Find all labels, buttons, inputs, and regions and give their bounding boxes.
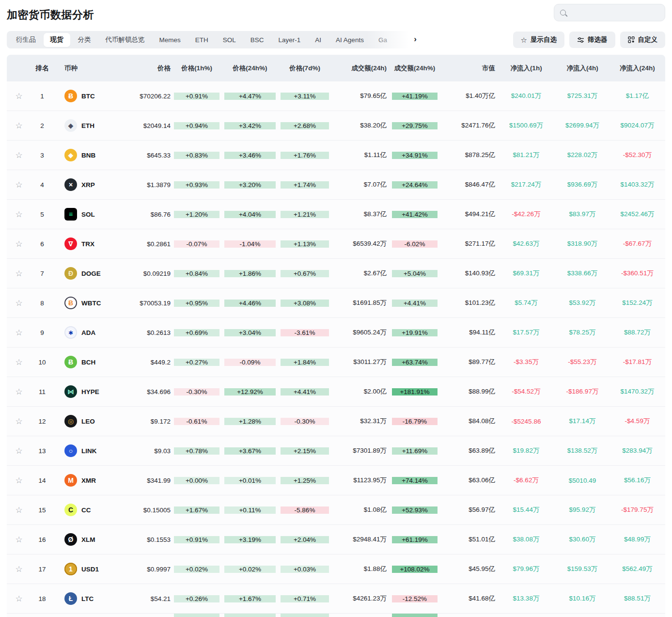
col-header-netflow-4h[interactable]: 净流入(4h) [555,64,609,73]
table-row-TRX[interactable]: ☆6∇TRX$0.2861-0.07%-1.04%+1.13%$6539.42万… [7,229,665,259]
table-row-BNB[interactable]: ☆3◆BNB$645.33+0.83%+3.46%+1.76%$1.11亿+34… [7,141,665,170]
coin-cell[interactable]: ◆BNB [53,141,118,170]
tab-衍生品[interactable]: 衍生品 [9,31,43,48]
col-header-price-24h[interactable]: 价格(24h%) [222,64,278,73]
market-cap: $271.17亿 [440,229,497,258]
show-favorites-button[interactable]: ☆ 显示自选 [513,32,564,48]
favorite-star-icon[interactable]: ☆ [15,269,22,278]
table-row-CC[interactable]: ☆15CCC$0.15005+1.67%+0.11%-5.86%$1.08亿+5… [7,495,665,525]
favorite-star-icon[interactable]: ☆ [15,358,22,366]
favorite-star-icon[interactable]: ☆ [15,299,22,307]
favorite-star-icon[interactable]: ☆ [15,388,22,396]
favorite-star-icon[interactable]: ☆ [15,595,22,603]
tabs-scroll-right-icon[interactable]: › [414,34,417,44]
coin-cell[interactable]: ∗ADA [53,318,118,347]
filter-button[interactable]: 筛选器 [569,32,615,48]
coin-cell[interactable]: ɃBTC [53,81,118,111]
rank: 11 [31,377,53,406]
coin-cell[interactable]: 1USD1 [53,554,118,584]
tab-现货[interactable]: 现货 [44,33,70,47]
netflow-24h: $2452.46万 [609,200,665,229]
table-row-LINK[interactable]: ☆13○LINK$9.03+0.78%+3.67%+2.15%$7301.89万… [7,436,665,466]
tab-Memes[interactable]: Memes [152,31,188,48]
volume-24h: $38.20亿 [331,111,390,140]
favorite-star-icon[interactable]: ☆ [15,476,22,485]
table-row-XRP[interactable]: ☆4×XRP$1.3879+0.93%+3.20%+1.74%$7.07亿+24… [7,170,665,200]
coin-cell[interactable]: MXMR [53,466,118,495]
col-header-marketcap[interactable]: 市值 [440,64,497,73]
table-row-BTC[interactable]: ☆1ɃBTC$70206.22+0.91%+4.47%+3.11%$79.65亿… [7,81,665,111]
coin-symbol: XRP [81,181,95,189]
tab-ETH[interactable]: ETH [188,31,216,48]
coin-cell[interactable]: ⋈HYPE [53,377,118,406]
tab-Ga[interactable]: Ga [371,31,394,48]
search-box[interactable] [554,4,665,21]
table-row-WBTC[interactable]: ☆8ɃWBTC$70053.19+0.95%+4.46%+3.08%$1691.… [7,288,665,318]
tab-分类[interactable]: 分类 [71,31,98,48]
coin-cell[interactable]: ØXLM [53,525,118,554]
favorite-star-icon[interactable]: ☆ [15,565,22,573]
tab-BSC[interactable]: BSC [243,31,271,48]
coin-cell[interactable]: ◆ETH [53,111,118,140]
tab-Layer-1[interactable]: Layer-1 [271,31,308,48]
tab-AI Agents[interactable]: AI Agents [328,31,371,48]
coin-symbol: LEO [81,418,95,425]
favorite-star-icon[interactable]: ☆ [15,210,22,219]
table-row-LTC[interactable]: ☆18ŁLTC$54.21+0.26%+1.67%+0.71%$4261.23万… [7,584,665,614]
col-header-price-1h[interactable]: 价格(1h%) [172,64,222,73]
favorite-star-icon[interactable]: ☆ [15,151,22,159]
favorite-star-icon[interactable]: ☆ [15,417,22,426]
table-row-USD1[interactable]: ☆171USD1$0.9997+0.02%+0.02%+0.03%$1.88亿+… [7,554,665,584]
volume-24h-pct: +108.02% [392,566,438,573]
col-header-netflow-1h[interactable]: 净流入(1h) [497,64,555,73]
col-header-rank[interactable]: 排名 [31,64,53,73]
tab-代币解锁总览[interactable]: 代币解锁总览 [98,31,152,48]
price-7d-pct: +1.21% [281,211,329,218]
coin-cell[interactable]: CCC [53,495,118,524]
table-row-DOGE[interactable]: ☆7ÐDOGE$0.09219+0.84%+1.86%+0.67%$2.67亿+… [7,259,665,288]
favorite-star-icon[interactable]: ☆ [15,240,22,248]
table-row-XLM[interactable]: ☆16ØXLM$0.1553+0.91%+3.19%+2.04%$2948.41… [7,525,665,554]
tab-AI[interactable]: AI [308,31,328,48]
coin-cell[interactable]: ŁLTC [53,584,118,613]
coin-cell[interactable]: ○LINK [53,436,118,465]
netflow-1h: $81.21万 [497,141,555,170]
col-header-price[interactable]: 价格 [118,64,172,73]
coin-cell[interactable]: ◎LEO [53,407,118,436]
table-row-HYPE[interactable]: ☆11⋈HYPE$34.696-0.30%+12.92%+4.41%$2.00亿… [7,377,665,407]
table-row-ETH[interactable]: ☆2◆ETH$2049.14+0.94%+3.42%+2.68%$38.20亿+… [7,111,665,141]
coin-cell[interactable]: ∇TRX [53,229,118,258]
coin-icon: ○ [64,444,77,457]
table-row-XMR[interactable]: ☆14MXMR$341.99+0.00%+0.01%+1.25%$1123.95… [7,466,665,495]
table-row-SOL[interactable]: ☆5≡SOL$86.76+1.20%+4.04%+1.21%$8.37亿+41.… [7,200,665,229]
col-header-netflow-24h[interactable]: 净流入(24h) [609,64,665,73]
table-header-row: 排名 币种 价格 价格(1h%) 价格(24h%) 价格(7d%) 成交额(24… [7,55,665,81]
netflow-4h: $30.60万 [555,525,609,554]
coin-cell[interactable]: ɃWBTC [53,288,118,317]
coin-symbol: BTC [81,93,95,100]
price: $449.2 [118,348,172,377]
col-header-volume-24h[interactable]: 成交额(24h) [331,64,390,73]
search-input[interactable] [570,9,659,16]
coin-cell[interactable]: ÐDOGE [53,259,118,288]
col-header-price-7d[interactable]: 价格(7d%) [278,64,331,73]
favorite-star-icon[interactable]: ☆ [15,506,22,514]
col-header-volume-pct[interactable]: 成交额(24h%) [390,64,440,73]
tab-SOL[interactable]: SOL [216,31,243,48]
volume-24h: $4261.23万 [331,584,390,613]
favorite-star-icon[interactable]: ☆ [15,329,22,337]
table-row-ADA[interactable]: ☆9∗ADA$0.2613+0.69%+3.04%-3.61%$9605.24万… [7,318,665,348]
coin-symbol: SOL [81,211,95,218]
favorite-star-icon[interactable]: ☆ [15,92,22,100]
favorite-star-icon[interactable]: ☆ [15,122,22,130]
coin-cell[interactable]: ×XRP [53,170,118,199]
customize-button[interactable]: 自定义 [620,32,666,48]
col-header-coin[interactable]: 币种 [53,64,118,73]
favorite-star-icon[interactable]: ☆ [15,536,22,544]
coin-cell[interactable]: ɃBCH [53,348,118,377]
favorite-star-icon[interactable]: ☆ [15,181,22,189]
favorite-star-icon[interactable]: ☆ [15,447,22,455]
coin-cell[interactable]: ≡SOL [53,200,118,229]
table-row-LEO[interactable]: ☆12◎LEO$9.172-0.61%+1.28%-0.30%$32.31万-1… [7,407,665,436]
table-row-BCH[interactable]: ☆10ɃBCH$449.2+0.27%-0.09%+1.84%$3011.27万… [7,348,665,377]
